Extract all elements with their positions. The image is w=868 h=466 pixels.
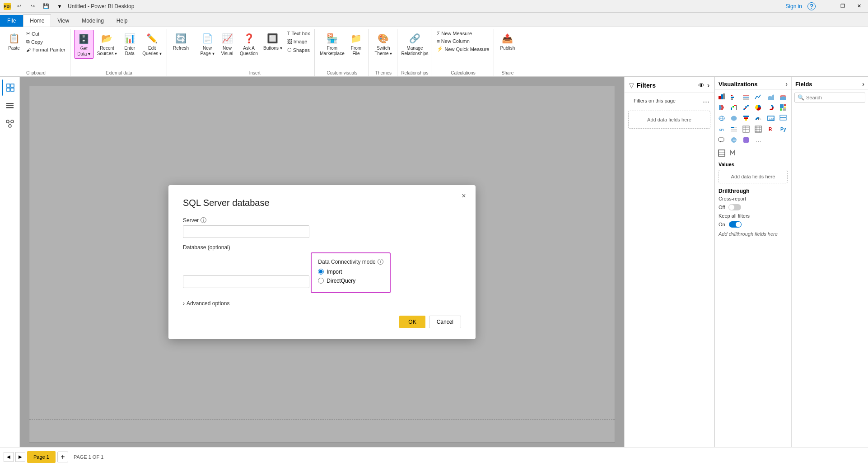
fields-search-box: 🔍: [794, 93, 865, 103]
buttons-btn[interactable]: 🔲 Buttons ▾: [261, 30, 285, 52]
help-icon[interactable]: ?: [807, 2, 816, 10]
cut-btn[interactable]: ✂Cut: [24, 30, 67, 37]
cancel-btn[interactable]: Cancel: [429, 316, 461, 328]
data-view-btn[interactable]: [2, 98, 18, 114]
new-column-btn[interactable]: ≡New Column: [435, 37, 491, 45]
add-page-btn[interactable]: +: [57, 452, 68, 462]
redo-btn[interactable]: ↪: [27, 1, 38, 11]
ask-question-btn[interactable]: ❓ Ask AQuestion: [238, 30, 260, 58]
viz-clustered-bar-btn[interactable]: [729, 92, 739, 102]
keep-filters-toggle[interactable]: [729, 221, 742, 228]
filters-more-btn[interactable]: ...: [703, 95, 709, 105]
minimize-btn[interactable]: —: [821, 1, 832, 11]
fields-expand-btn[interactable]: ›: [862, 80, 864, 88]
viz-stacked-bar-100-btn[interactable]: [741, 92, 751, 102]
viz-matrix-btn[interactable]: [753, 124, 763, 134]
viz-expand-btn[interactable]: ›: [785, 80, 788, 88]
new-visual-btn[interactable]: 📈 NewVisual: [218, 30, 237, 58]
format-painter-btn[interactable]: 🖌Format Painter: [24, 46, 67, 53]
sign-in-btn[interactable]: Sign in: [785, 3, 802, 9]
save-btn[interactable]: 💾: [41, 1, 51, 11]
svg-rect-0: [7, 84, 10, 87]
sql-server-modal: × SQL Server database Server i Database …: [168, 185, 476, 339]
recent-sources-btn[interactable]: 📂 RecentSources ▾: [95, 30, 119, 58]
fields-search-input[interactable]: [806, 95, 862, 100]
cross-report-toggle[interactable]: [728, 204, 741, 210]
new-quick-measure-btn[interactable]: ⚡New Quick Measure: [435, 45, 491, 53]
refresh-btn[interactable]: 🔄 Refresh: [171, 30, 191, 52]
filters-expand-btn[interactable]: ›: [707, 81, 709, 89]
viz-python-btn[interactable]: Py: [778, 124, 788, 134]
report-view-btn[interactable]: [2, 79, 18, 96]
viz-arcgis-btn[interactable]: ARC: [729, 135, 739, 145]
viz-gauge-btn[interactable]: [753, 113, 763, 123]
server-info-icon[interactable]: i: [201, 217, 206, 223]
import-radio[interactable]: [318, 269, 324, 275]
viz-treemap-btn[interactable]: [778, 103, 788, 112]
svg-rect-20: [743, 97, 749, 98]
viz-pie-chart-btn[interactable]: [753, 103, 763, 112]
viz-line-chart-btn[interactable]: [753, 92, 763, 102]
new-measure-btn[interactable]: ΣNew Measure: [435, 30, 491, 37]
database-input[interactable]: [183, 275, 309, 288]
viz-waterfall-btn[interactable]: [729, 103, 739, 112]
viz-custom-btn[interactable]: ...: [741, 135, 751, 145]
connectivity-info-icon[interactable]: i: [378, 259, 383, 265]
from-file-btn[interactable]: 📁 FromFile: [346, 30, 365, 58]
edit-queries-btn[interactable]: ✏️ EditQueries ▾: [140, 30, 164, 58]
tab-view[interactable]: View: [51, 15, 75, 27]
page-1-tab[interactable]: Page 1: [27, 451, 56, 463]
publish-btn[interactable]: 📤 Publish: [498, 30, 517, 52]
modal-close-btn[interactable]: ×: [458, 191, 469, 201]
viz-bar-chart-btn[interactable]: [717, 92, 727, 102]
enter-data-btn[interactable]: 📊 EnterData: [120, 30, 139, 58]
viz-format-btn[interactable]: [728, 148, 737, 158]
filters-eye-btn[interactable]: 👁: [698, 82, 705, 89]
tab-help[interactable]: Help: [110, 15, 134, 27]
image-btn[interactable]: 🖼Image: [285, 38, 312, 45]
copy-btn[interactable]: ⧉Copy: [24, 38, 67, 46]
close-btn[interactable]: ✕: [854, 1, 864, 11]
viz-multi-row-card-btn[interactable]: [778, 113, 788, 123]
viz-area-chart-btn[interactable]: [766, 92, 776, 102]
viz-filled-map-btn[interactable]: [729, 113, 739, 123]
viz-ribbon-chart-btn[interactable]: [717, 103, 727, 112]
restore-btn[interactable]: ❐: [837, 1, 848, 11]
tab-file[interactable]: File: [0, 15, 23, 27]
server-input[interactable]: [183, 225, 309, 238]
manage-relationships-btn[interactable]: 🔗 ManageRelationships: [401, 30, 428, 58]
viz-table-btn[interactable]: [741, 124, 751, 134]
tab-home[interactable]: Home: [23, 14, 51, 27]
get-data-btn[interactable]: 🗄️ GetData ▾: [74, 30, 94, 59]
viz-qa-btn[interactable]: [717, 135, 727, 145]
viz-kpi-btn[interactable]: KPI: [717, 124, 727, 134]
viz-r-script-btn[interactable]: R: [766, 124, 776, 134]
viz-slicer-btn[interactable]: [729, 124, 739, 134]
more-btn[interactable]: ▼: [54, 1, 65, 11]
viz-funnel-chart-btn[interactable]: [741, 113, 751, 123]
from-marketplace-btn[interactable]: 🏪 FromMarketplace: [318, 30, 345, 58]
paste-btn[interactable]: 📋 Paste: [5, 30, 23, 53]
switch-theme-btn[interactable]: 🎨 SwitchTheme ▾: [372, 30, 394, 58]
viz-more-btn[interactable]: …: [753, 135, 763, 145]
modal-title: SQL Server database: [183, 198, 461, 208]
model-view-btn[interactable]: [2, 116, 18, 132]
cross-report-label: Cross-report: [715, 195, 791, 202]
new-page-btn[interactable]: 📄 NewPage ▾: [198, 30, 217, 58]
viz-map-btn[interactable]: [717, 113, 727, 123]
advanced-options-link[interactable]: › Advanced options: [183, 300, 461, 307]
prev-page-btn[interactable]: ◀: [4, 452, 14, 462]
tab-modeling[interactable]: Modeling: [75, 15, 110, 27]
viz-fields-btn[interactable]: [717, 148, 727, 158]
viz-donut-chart-btn[interactable]: [766, 103, 776, 112]
viz-scatter-chart-btn[interactable]: [741, 103, 751, 112]
directquery-radio[interactable]: [318, 278, 324, 284]
next-page-btn[interactable]: ▶: [15, 452, 25, 462]
insert-label: Insert: [249, 70, 261, 76]
undo-btn[interactable]: ↩: [14, 1, 24, 11]
viz-card-btn[interactable]: 123: [766, 113, 776, 123]
viz-stacked-area-btn[interactable]: [778, 92, 788, 102]
text-box-btn[interactable]: TText box: [285, 30, 312, 37]
ok-btn[interactable]: OK: [399, 316, 425, 328]
shapes-btn[interactable]: ⬡Shapes: [285, 46, 312, 54]
